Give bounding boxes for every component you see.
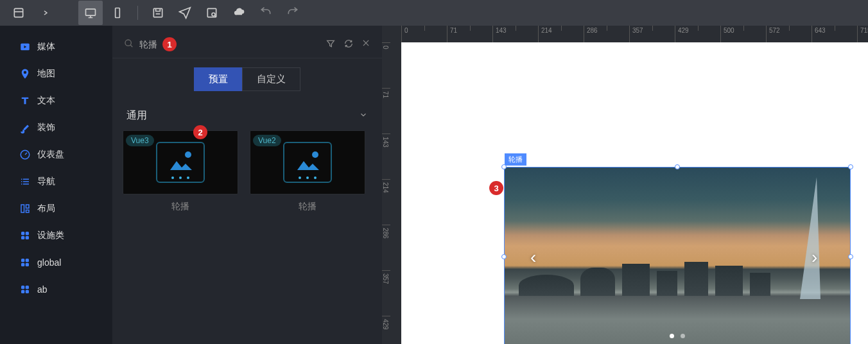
svg-point-24 (185, 151, 191, 158)
sidebar-item-label: 媒体 (37, 41, 55, 53)
sidebar-item-layout[interactable]: 布局 (0, 195, 112, 222)
svg-rect-3 (153, 8, 162, 17)
ruler-corner (382, 26, 401, 42)
canvas[interactable]: 3 轮播 ‹ › (401, 42, 868, 344)
brush-icon (19, 122, 31, 133)
carousel-image: ‹ › (505, 168, 850, 344)
mobile-view-button[interactable] (105, 1, 130, 25)
save-button[interactable] (146, 1, 170, 25)
sidebar-item-decoration[interactable]: 装饰 (0, 114, 112, 141)
card-label: 轮播 (250, 194, 365, 219)
close-icon[interactable] (361, 39, 370, 51)
sidebar-item-label: 仪表盘 (37, 149, 64, 160)
desktop-view-button[interactable] (78, 1, 103, 25)
sidebar-item-label: 地图 (37, 68, 55, 80)
component-group: 通用 Vue3 2 轮播 Vue2 (112, 105, 382, 219)
sidebar-item-gauge[interactable]: 仪表盘 (0, 141, 112, 168)
vue-tag: Vue3 (126, 135, 154, 146)
ruler-vertical: 0 71 143 214 286 357 429 500 (382, 42, 401, 344)
sidebar-item-label: 设施类 (37, 230, 64, 241)
component-card[interactable]: Vue2 轮播 (250, 130, 365, 219)
grid-icon (19, 284, 31, 295)
card-thumbnail: Vue2 (250, 130, 365, 194)
play-icon (19, 41, 31, 53)
component-panel: 1 预置 自定义 通用 Vue3 (112, 26, 382, 344)
svg-rect-19 (21, 286, 24, 289)
pin-icon (19, 68, 31, 80)
canvas-area: 0 71 143 214 286 357 429 500 572 643 715… (382, 26, 868, 344)
resize-handle[interactable] (848, 254, 853, 259)
search-row: 1 (112, 26, 382, 58)
sidebar-item-text[interactable]: 文本 (0, 87, 112, 114)
svg-rect-2 (116, 8, 120, 18)
svg-rect-22 (26, 290, 29, 293)
resize-handle[interactable] (848, 164, 853, 169)
svg-rect-21 (21, 290, 24, 293)
svg-point-23 (125, 40, 131, 46)
refresh-icon[interactable] (343, 39, 354, 51)
divider (137, 6, 138, 20)
svg-rect-1 (86, 9, 96, 15)
sidebar-item-global[interactable]: global (0, 249, 112, 276)
send-button[interactable] (173, 1, 197, 25)
carousel-prev-button[interactable]: ‹ (530, 247, 543, 266)
ruler-horizontal: 0 71 143 214 286 357 429 500 572 643 715… (401, 26, 868, 42)
panel-tabs: 预置 自定义 (112, 58, 382, 105)
annotation-badge-2: 2 (193, 125, 207, 139)
svg-rect-10 (26, 210, 30, 212)
logo-icon[interactable] (6, 1, 31, 25)
resize-handle[interactable] (675, 164, 680, 169)
redo-button[interactable] (281, 1, 305, 25)
undo-button[interactable] (254, 1, 278, 25)
sidebar-item-ab[interactable]: ab (0, 276, 112, 303)
cloud-upload-button[interactable] (227, 1, 251, 25)
sidebar-item-label: 文本 (37, 95, 55, 107)
component-card[interactable]: Vue3 2 轮播 (123, 130, 238, 219)
sidebar-item-label: 装饰 (37, 122, 55, 133)
component-label: 轮播 (505, 153, 526, 166)
filter-icon[interactable] (326, 39, 336, 51)
tab-custom[interactable]: 自定义 (242, 67, 300, 91)
layout-icon (19, 203, 31, 214)
svg-rect-12 (26, 232, 29, 235)
svg-rect-17 (21, 263, 24, 266)
sidebar-item-map[interactable]: 地图 (0, 60, 112, 87)
grid-icon (19, 257, 31, 268)
sidebar-item-label: 布局 (37, 203, 55, 214)
search-icon (124, 39, 134, 51)
svg-rect-18 (26, 263, 29, 266)
svg-point-25 (312, 151, 318, 158)
gauge-icon (19, 149, 31, 160)
grid-icon (19, 230, 31, 241)
carousel-pager[interactable] (670, 334, 685, 338)
annotation-badge-3: 3 (489, 181, 503, 195)
annotation-badge-1: 1 (162, 37, 177, 51)
svg-rect-11 (21, 232, 24, 235)
carousel-component[interactable]: 轮播 ‹ › (504, 167, 851, 344)
svg-rect-13 (21, 236, 24, 239)
logo-dropdown-icon[interactable] (33, 1, 58, 25)
card-label: 轮播 (123, 194, 238, 219)
sidebar-item-media[interactable]: 媒体 (0, 33, 112, 60)
group-header[interactable]: 通用 (123, 105, 372, 130)
sidebar-nav: 媒体 地图 文本 装饰 仪表盘 导航 布局 设施类 (0, 26, 112, 344)
resize-handle[interactable] (501, 164, 507, 169)
svg-rect-8 (21, 205, 24, 212)
sidebar-item-label: 导航 (37, 176, 55, 187)
sidebar-item-facilities[interactable]: 设施类 (0, 222, 112, 249)
svg-rect-14 (26, 236, 29, 239)
svg-rect-16 (26, 259, 29, 262)
text-icon (19, 95, 31, 107)
sidebar-item-label: ab (37, 284, 48, 295)
vue-tag: Vue2 (253, 135, 281, 146)
svg-rect-20 (26, 286, 29, 289)
chevron-down-icon (359, 110, 368, 122)
preview-button[interactable] (200, 1, 224, 25)
group-title: 通用 (126, 109, 147, 123)
sidebar-item-navigation[interactable]: 导航 (0, 168, 112, 195)
tab-preset[interactable]: 预置 (194, 67, 242, 91)
resize-handle[interactable] (501, 254, 507, 259)
svg-rect-15 (21, 259, 24, 262)
card-thumbnail: Vue3 (123, 130, 238, 194)
carousel-next-button[interactable]: › (812, 247, 824, 266)
